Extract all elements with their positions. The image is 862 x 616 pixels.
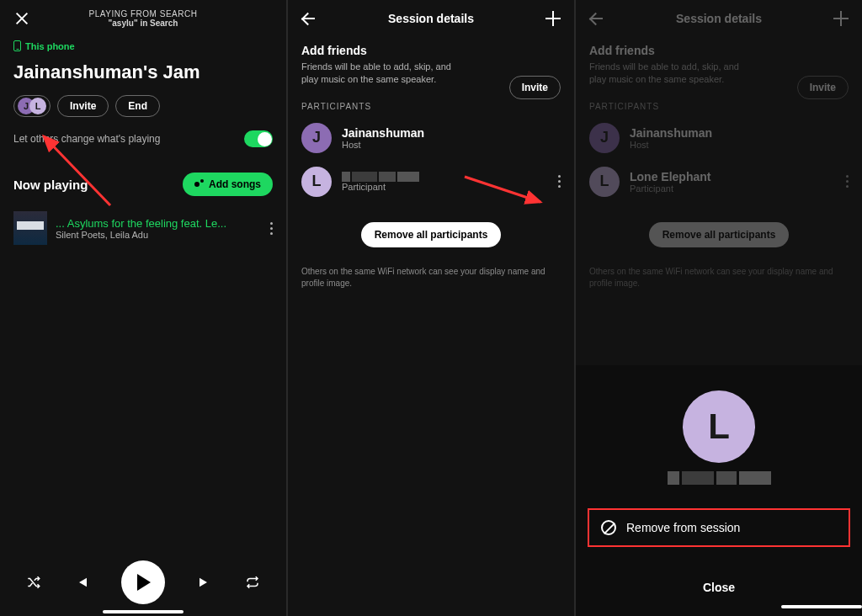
participants-pill[interactable]: J L [13, 95, 51, 117]
remove-all-button[interactable]: Remove all participants [649, 222, 790, 247]
add-songs-button[interactable]: Add songs [183, 173, 273, 196]
next-icon[interactable] [197, 576, 212, 589]
avatar-l: L [301, 167, 332, 197]
wifi-disclaimer: Others on the same WiFi network can see … [576, 256, 862, 300]
screen-session-sheet: Session details Add friends Friends will… [576, 0, 862, 616]
play-icon [137, 574, 151, 591]
add-friends-title: Add friends [288, 25, 574, 61]
player-bar [0, 549, 286, 616]
remove-all-button[interactable]: Remove all participants [361, 222, 502, 247]
add-friends-title: Add friends [576, 25, 862, 61]
participant-name-redacted [342, 172, 548, 182]
close-icon[interactable] [13, 10, 30, 27]
repeat-icon[interactable] [245, 576, 260, 589]
invite-button[interactable]: Invite [509, 76, 561, 99]
sheet-avatar: L [683, 390, 755, 463]
sparkle-icon [194, 179, 205, 189]
avatar-l: L [589, 167, 620, 197]
end-button[interactable]: End [115, 95, 160, 117]
screen-jam: PLAYING FROM SEARCH "asylu" in Search Th… [0, 0, 286, 616]
header-line1: PLAYING FROM SEARCH [89, 9, 198, 19]
add-friends-sub: Friends will be able to add, skip, and p… [576, 61, 761, 87]
action-sheet: L Remove from session Close [576, 365, 862, 616]
header-line2: "asylu" in Search [89, 19, 198, 28]
invite-button[interactable]: Invite [57, 95, 109, 117]
speaker-row[interactable]: This phone [0, 25, 286, 55]
track-row[interactable]: ... Asylums for the feeling feat. Le... … [0, 206, 286, 250]
participant-row: L Lone Elephant Participant [576, 160, 862, 204]
phone-icon [13, 40, 21, 51]
participant-more-icon[interactable] [846, 175, 849, 188]
add-songs-label: Add songs [209, 178, 261, 190]
previous-icon[interactable] [74, 576, 89, 589]
home-indicator [781, 605, 862, 608]
jam-title: Jainanshuman's Jam [0, 55, 286, 92]
participant-role: Participant [630, 183, 836, 194]
let-others-label: Let others change what's playing [13, 133, 160, 145]
let-others-toggle[interactable] [244, 130, 273, 147]
screen-session-details: Session details Add friends Friends will… [288, 0, 574, 616]
avatar-j: J [589, 123, 620, 153]
home-indicator [103, 610, 184, 613]
avatar-l-small: L [29, 98, 46, 114]
track-artist: Silent Poets, Leila Adu [56, 230, 262, 240]
back-icon[interactable] [589, 13, 604, 24]
invite-button[interactable]: Invite [797, 76, 849, 99]
participant-role: Participant [342, 182, 548, 192]
plus-icon[interactable] [833, 11, 849, 26]
sheet-name-redacted [576, 471, 862, 485]
shuffle-icon[interactable] [26, 576, 41, 589]
page-title: Session details [676, 12, 762, 25]
participant-row: J Jainanshuman Host [288, 116, 574, 160]
participant-row: L Participant [288, 160, 574, 204]
ban-icon [601, 520, 616, 535]
add-friends-sub: Friends will be able to add, skip, and p… [288, 61, 473, 87]
participant-row: J Jainanshuman Host [576, 116, 862, 160]
participant-name: Lone Elephant [630, 170, 836, 183]
speaker-label: This phone [25, 41, 75, 51]
track-title: ... Asylums for the feeling feat. Le... [56, 217, 262, 230]
header-context: PLAYING FROM SEARCH "asylu" in Search [89, 9, 198, 28]
close-button[interactable]: Close [576, 571, 862, 608]
remove-label: Remove from session [626, 521, 740, 534]
participant-more-icon[interactable] [558, 175, 561, 188]
page-title: Session details [388, 12, 474, 25]
plus-icon[interactable] [545, 11, 561, 26]
wifi-disclaimer: Others on the same WiFi network can see … [288, 256, 574, 300]
participant-name: Jainanshuman [342, 126, 561, 140]
participant-name: Jainanshuman [630, 126, 849, 140]
remove-from-session-button[interactable]: Remove from session [588, 508, 850, 547]
participant-role: Host [342, 140, 561, 150]
participant-role: Host [630, 140, 849, 150]
back-icon[interactable] [301, 13, 317, 24]
track-more-icon[interactable] [270, 222, 273, 235]
now-playing-label: Now playing [13, 178, 88, 192]
avatar-j: J [301, 123, 332, 153]
play-button[interactable] [121, 560, 165, 604]
album-art [13, 211, 47, 245]
